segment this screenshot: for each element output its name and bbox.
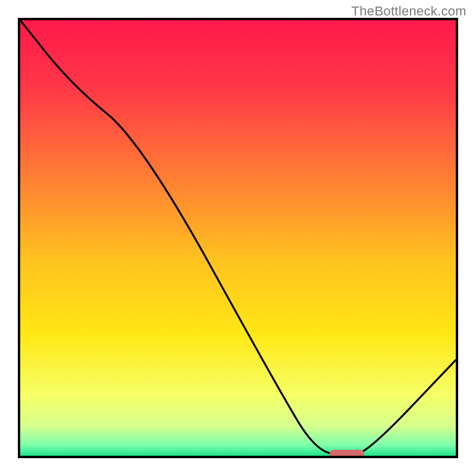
watermark-text: TheBottleneck.com (352, 4, 466, 19)
chart-svg (0, 0, 476, 476)
plot-area (19, 19, 457, 458)
gradient-background (20, 20, 456, 456)
chart-container: TheBottleneck.com (0, 0, 476, 476)
